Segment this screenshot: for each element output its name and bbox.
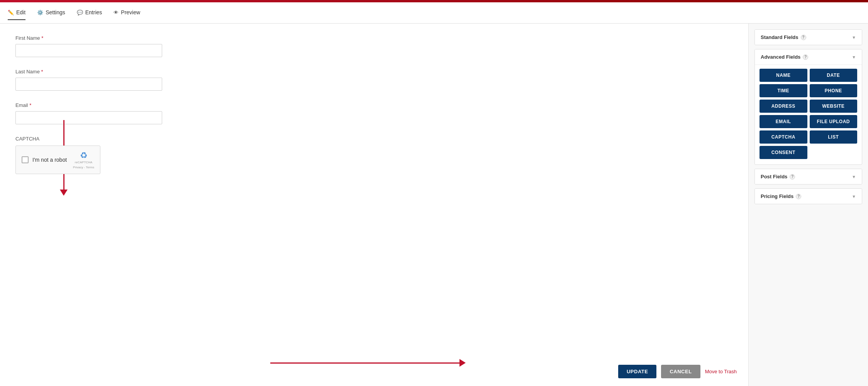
email-label: Email * bbox=[15, 102, 247, 108]
captcha-label: CAPTCHA bbox=[15, 136, 247, 142]
main-layout: First Name * Last Name * Email * CAPTCHA… bbox=[0, 24, 868, 386]
captcha-left: I'm not a robot bbox=[22, 156, 67, 163]
field-group-captcha: CAPTCHA I'm not a robot ♻ reCAPTCHA Priv… bbox=[15, 136, 247, 174]
field-btn-website[interactable]: WEBSITE bbox=[810, 100, 858, 113]
field-btn-email[interactable]: EMAIL bbox=[760, 115, 807, 128]
field-group-last-name: Last Name * bbox=[15, 69, 247, 91]
preview-icon: 👁 bbox=[114, 10, 119, 15]
field-btn-time[interactable]: TIME bbox=[760, 84, 807, 97]
standard-fields-header[interactable]: Standard Fields ? ▼ bbox=[755, 30, 862, 45]
field-btn-list[interactable]: LIST bbox=[810, 130, 858, 144]
captcha-footer: Privacy - Terms bbox=[73, 166, 94, 169]
pricing-fields-help[interactable]: ? bbox=[796, 194, 801, 199]
form-area: First Name * Last Name * Email * CAPTCHA… bbox=[0, 24, 263, 386]
tab-entries[interactable]: 💬 Entries bbox=[77, 5, 102, 20]
move-to-trash-button[interactable]: Move to Trash bbox=[705, 369, 737, 374]
first-name-input[interactable] bbox=[15, 44, 162, 57]
advanced-fields-chevron: ▼ bbox=[852, 55, 856, 59]
field-group-first-name: First Name * bbox=[15, 35, 247, 57]
tab-entries-label: Entries bbox=[85, 9, 102, 15]
cancel-button[interactable]: CANCEL bbox=[661, 365, 700, 378]
field-btn-captcha[interactable]: CAPTCHA bbox=[760, 130, 807, 144]
field-btn-date[interactable]: DATE bbox=[810, 69, 858, 82]
field-btn-phone[interactable]: PHONE bbox=[810, 84, 858, 97]
advanced-fields-header[interactable]: Advanced Fields ? ▼ bbox=[755, 49, 862, 64]
email-input[interactable] bbox=[15, 111, 162, 124]
recaptcha-logo: ♻ bbox=[80, 151, 88, 161]
sidebar-section-post: Post Fields ? ▼ bbox=[754, 169, 862, 185]
tab-edit-label: Edit bbox=[16, 9, 25, 15]
tab-preview[interactable]: 👁 Preview bbox=[114, 5, 140, 20]
first-name-label: First Name * bbox=[15, 35, 247, 41]
post-fields-title: Post Fields bbox=[761, 174, 787, 179]
tab-edit[interactable]: ✏️ Edit bbox=[8, 5, 25, 20]
advanced-fields-title: Advanced Fields bbox=[761, 54, 800, 60]
captcha-right: ♻ reCAPTCHA Privacy - Terms bbox=[73, 151, 94, 169]
settings-icon: ⚙️ bbox=[37, 10, 43, 15]
field-btn-file-upload[interactable]: FILE UPLOAD bbox=[810, 115, 858, 128]
edit-icon: ✏️ bbox=[8, 10, 14, 15]
captcha-box: I'm not a robot ♻ reCAPTCHA Privacy - Te… bbox=[15, 146, 100, 174]
sidebar-section-pricing: Pricing Fields ? ▼ bbox=[754, 188, 862, 204]
sidebar: Standard Fields ? ▼ Advanced Fields ? ▼ … bbox=[748, 24, 868, 386]
entries-icon: 💬 bbox=[77, 10, 83, 15]
pricing-fields-title: Pricing Fields bbox=[761, 193, 793, 199]
pricing-fields-chevron: ▼ bbox=[852, 194, 856, 199]
last-name-input[interactable] bbox=[15, 78, 162, 91]
post-fields-header[interactable]: Post Fields ? ▼ bbox=[755, 169, 862, 184]
captcha-text: I'm not a robot bbox=[32, 157, 67, 163]
arrow-right bbox=[270, 359, 466, 367]
standard-fields-help[interactable]: ? bbox=[801, 35, 806, 40]
tab-settings[interactable]: ⚙️ Settings bbox=[37, 5, 65, 20]
update-button[interactable]: UPDATE bbox=[618, 365, 656, 378]
post-fields-chevron: ▼ bbox=[852, 174, 856, 179]
field-btn-address[interactable]: ADDRESS bbox=[760, 100, 807, 113]
advanced-fields-grid: NAME DATE TIME PHONE ADDRESS WEBSITE EMA… bbox=[760, 69, 857, 159]
nav-tabs: ✏️ Edit ⚙️ Settings 💬 Entries 👁 Preview bbox=[0, 2, 868, 24]
pricing-fields-header[interactable]: Pricing Fields ? ▼ bbox=[755, 189, 862, 204]
field-btn-consent[interactable]: CONSENT bbox=[760, 146, 807, 159]
standard-fields-title: Standard Fields bbox=[761, 34, 798, 40]
last-name-label: Last Name * bbox=[15, 69, 247, 74]
captcha-brand: reCAPTCHA bbox=[75, 161, 92, 164]
tab-preview-label: Preview bbox=[121, 9, 140, 15]
standard-fields-chevron: ▼ bbox=[852, 35, 856, 40]
captcha-checkbox[interactable] bbox=[22, 156, 29, 163]
sidebar-section-standard: Standard Fields ? ▼ bbox=[754, 29, 862, 45]
sidebar-section-advanced: Advanced Fields ? ▼ NAME DATE TIME PHONE… bbox=[754, 49, 862, 165]
advanced-fields-help[interactable]: ? bbox=[803, 54, 808, 60]
field-btn-name[interactable]: NAME bbox=[760, 69, 807, 82]
post-fields-help[interactable]: ? bbox=[790, 174, 795, 179]
field-group-email: Email * bbox=[15, 102, 247, 124]
advanced-fields-body: NAME DATE TIME PHONE ADDRESS WEBSITE EMA… bbox=[755, 64, 862, 164]
tab-settings-label: Settings bbox=[46, 9, 65, 15]
bottom-bar: UPDATE CANCEL Move to Trash bbox=[618, 365, 737, 378]
